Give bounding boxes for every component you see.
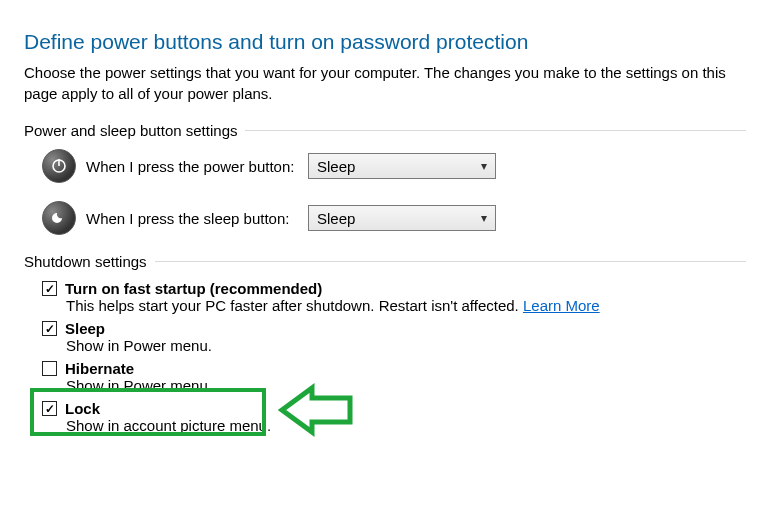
fast-startup-desc: This helps start your PC faster after sh…: [66, 297, 519, 314]
lock-desc: Show in account picture menu.: [66, 417, 746, 434]
divider: [245, 130, 746, 131]
chevron-down-icon: ▾: [481, 211, 487, 225]
fast-startup-item: ✓ Turn on fast startup (recommended) Thi…: [42, 280, 746, 314]
sleep-button-select-value: Sleep: [317, 210, 355, 227]
learn-more-link[interactable]: Learn More: [523, 297, 600, 314]
power-button-label: When I press the power button:: [86, 158, 308, 175]
sleep-checkbox[interactable]: ✓: [42, 321, 57, 336]
chevron-down-icon: ▾: [481, 159, 487, 173]
group-shutdown-label: Shutdown settings: [24, 253, 147, 270]
divider: [155, 261, 746, 262]
hibernate-desc: Show in Power menu.: [66, 377, 746, 394]
hibernate-checkbox[interactable]: [42, 361, 57, 376]
fast-startup-checkbox[interactable]: ✓: [42, 281, 57, 296]
group-power-sleep-label: Power and sleep button settings: [24, 122, 237, 139]
group-power-sleep-header: Power and sleep button settings: [24, 122, 746, 139]
sleep-label: Sleep: [65, 320, 105, 337]
power-icon: [42, 149, 76, 183]
sleep-icon: [42, 201, 76, 235]
group-shutdown-header: Shutdown settings: [24, 253, 746, 270]
power-button-select[interactable]: Sleep ▾: [308, 153, 496, 179]
page-title: Define power buttons and turn on passwor…: [24, 30, 746, 54]
sleep-desc: Show in Power menu.: [66, 337, 746, 354]
page-description: Choose the power settings that you want …: [24, 62, 744, 104]
sleep-button-label: When I press the sleep button:: [86, 210, 308, 227]
sleep-button-select[interactable]: Sleep ▾: [308, 205, 496, 231]
lock-checkbox[interactable]: ✓: [42, 401, 57, 416]
hibernate-item: Hibernate Show in Power menu.: [42, 360, 746, 394]
fast-startup-label: Turn on fast startup (recommended): [65, 280, 322, 297]
sleep-item: ✓ Sleep Show in Power menu.: [42, 320, 746, 354]
lock-item: ✓ Lock Show in account picture menu.: [42, 400, 746, 434]
lock-label: Lock: [65, 400, 100, 417]
hibernate-label: Hibernate: [65, 360, 134, 377]
power-button-select-value: Sleep: [317, 158, 355, 175]
sleep-button-row: When I press the sleep button: Sleep ▾: [42, 201, 746, 235]
power-button-row: When I press the power button: Sleep ▾: [42, 149, 746, 183]
